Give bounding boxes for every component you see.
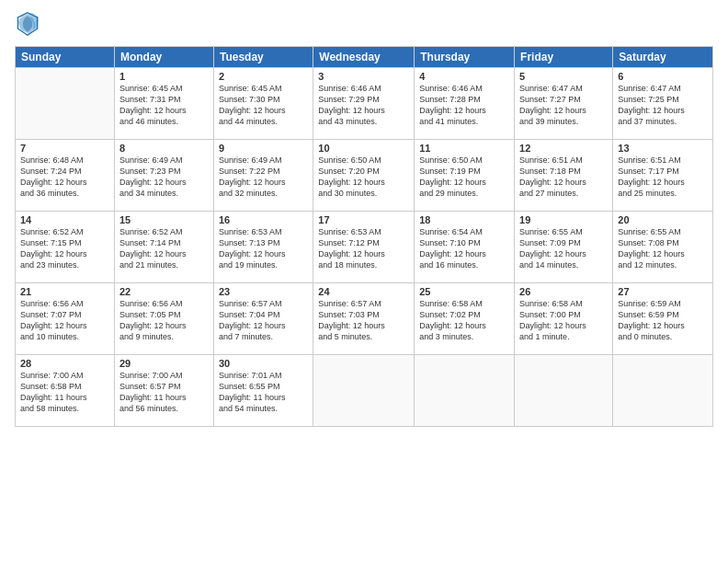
calendar-cell [515, 355, 613, 427]
cell-info: Sunrise: 6:47 AM Sunset: 7:27 PM Dayligh… [519, 83, 608, 128]
calendar-cell [415, 355, 515, 427]
col-header-monday: Monday [114, 47, 213, 68]
day-number: 25 [419, 286, 509, 297]
cell-info: Sunrise: 6:53 AM Sunset: 7:12 PM Dayligh… [318, 226, 409, 271]
calendar-cell: 26Sunrise: 6:58 AM Sunset: 7:00 PM Dayli… [515, 283, 613, 355]
calendar-header-row: SundayMondayTuesdayWednesdayThursdayFrid… [16, 47, 713, 68]
calendar-cell: 28Sunrise: 7:00 AM Sunset: 6:58 PM Dayli… [16, 355, 115, 427]
calendar-cell: 11Sunrise: 6:50 AM Sunset: 7:19 PM Dayli… [415, 140, 515, 212]
calendar-cell: 5Sunrise: 6:47 AM Sunset: 7:27 PM Daylig… [515, 68, 613, 140]
day-number: 30 [219, 358, 308, 369]
day-number: 1 [119, 71, 209, 82]
cell-info: Sunrise: 6:52 AM Sunset: 7:14 PM Dayligh… [119, 226, 209, 271]
calendar-cell: 3Sunrise: 6:46 AM Sunset: 7:29 PM Daylig… [313, 68, 415, 140]
day-number: 21 [20, 286, 109, 297]
calendar-cell: 21Sunrise: 6:56 AM Sunset: 7:07 PM Dayli… [16, 283, 115, 355]
calendar-cell: 18Sunrise: 6:54 AM Sunset: 7:10 PM Dayli… [415, 212, 515, 283]
day-number: 7 [20, 143, 109, 154]
col-header-sunday: Sunday [16, 47, 115, 68]
calendar-cell [613, 355, 713, 427]
calendar-cell: 22Sunrise: 6:56 AM Sunset: 7:05 PM Dayli… [114, 283, 213, 355]
cell-info: Sunrise: 6:57 AM Sunset: 7:03 PM Dayligh… [318, 298, 409, 343]
cell-info: Sunrise: 6:57 AM Sunset: 7:04 PM Dayligh… [219, 298, 308, 343]
col-header-tuesday: Tuesday [213, 47, 313, 68]
day-number: 6 [618, 71, 708, 82]
calendar-cell: 20Sunrise: 6:55 AM Sunset: 7:08 PM Dayli… [613, 212, 713, 283]
cell-info: Sunrise: 6:46 AM Sunset: 7:29 PM Dayligh… [318, 83, 409, 128]
cell-info: Sunrise: 6:45 AM Sunset: 7:31 PM Dayligh… [119, 83, 209, 128]
calendar-cell: 2Sunrise: 6:45 AM Sunset: 7:30 PM Daylig… [213, 68, 313, 140]
calendar-week-1: 1Sunrise: 6:45 AM Sunset: 7:31 PM Daylig… [16, 68, 713, 140]
cell-info: Sunrise: 6:46 AM Sunset: 7:28 PM Dayligh… [419, 83, 509, 128]
calendar-cell [16, 68, 115, 140]
day-number: 16 [219, 214, 308, 225]
logo-icon [15, 11, 40, 37]
cell-info: Sunrise: 6:49 AM Sunset: 7:22 PM Dayligh… [219, 155, 308, 200]
day-number: 3 [318, 71, 409, 82]
calendar-week-3: 14Sunrise: 6:52 AM Sunset: 7:15 PM Dayli… [16, 212, 713, 283]
day-number: 18 [419, 214, 509, 225]
calendar-cell: 17Sunrise: 6:53 AM Sunset: 7:12 PM Dayli… [313, 212, 415, 283]
col-header-thursday: Thursday [415, 47, 515, 68]
logo [15, 11, 44, 37]
calendar-cell: 7Sunrise: 6:48 AM Sunset: 7:24 PM Daylig… [16, 140, 115, 212]
cell-info: Sunrise: 6:49 AM Sunset: 7:23 PM Dayligh… [119, 155, 209, 200]
cell-info: Sunrise: 6:55 AM Sunset: 7:08 PM Dayligh… [618, 226, 708, 271]
calendar-cell: 8Sunrise: 6:49 AM Sunset: 7:23 PM Daylig… [114, 140, 213, 212]
col-header-saturday: Saturday [613, 47, 713, 68]
day-number: 24 [318, 286, 409, 297]
calendar-cell: 1Sunrise: 6:45 AM Sunset: 7:31 PM Daylig… [114, 68, 213, 140]
calendar-cell: 12Sunrise: 6:51 AM Sunset: 7:18 PM Dayli… [515, 140, 613, 212]
cell-info: Sunrise: 7:00 AM Sunset: 6:57 PM Dayligh… [119, 370, 209, 415]
day-number: 2 [219, 71, 308, 82]
calendar-cell: 9Sunrise: 6:49 AM Sunset: 7:22 PM Daylig… [213, 140, 313, 212]
cell-info: Sunrise: 6:55 AM Sunset: 7:09 PM Dayligh… [519, 226, 608, 271]
calendar-cell: 24Sunrise: 6:57 AM Sunset: 7:03 PM Dayli… [313, 283, 415, 355]
cell-info: Sunrise: 6:56 AM Sunset: 7:05 PM Dayligh… [119, 298, 209, 343]
day-number: 22 [119, 286, 209, 297]
cell-info: Sunrise: 6:50 AM Sunset: 7:19 PM Dayligh… [419, 155, 509, 200]
calendar-cell: 30Sunrise: 7:01 AM Sunset: 6:55 PM Dayli… [213, 355, 313, 427]
cell-info: Sunrise: 7:01 AM Sunset: 6:55 PM Dayligh… [219, 370, 308, 415]
day-number: 5 [519, 71, 608, 82]
cell-info: Sunrise: 6:59 AM Sunset: 6:59 PM Dayligh… [618, 298, 708, 343]
day-number: 27 [618, 286, 708, 297]
day-number: 14 [20, 214, 109, 225]
calendar-cell: 14Sunrise: 6:52 AM Sunset: 7:15 PM Dayli… [16, 212, 115, 283]
day-number: 23 [219, 286, 308, 297]
day-number: 15 [119, 214, 209, 225]
day-number: 26 [519, 286, 608, 297]
col-header-wednesday: Wednesday [313, 47, 415, 68]
cell-info: Sunrise: 6:50 AM Sunset: 7:20 PM Dayligh… [318, 155, 409, 200]
cell-info: Sunrise: 7:00 AM Sunset: 6:58 PM Dayligh… [20, 370, 109, 415]
col-header-friday: Friday [515, 47, 613, 68]
calendar-cell: 25Sunrise: 6:58 AM Sunset: 7:02 PM Dayli… [415, 283, 515, 355]
calendar-cell: 6Sunrise: 6:47 AM Sunset: 7:25 PM Daylig… [613, 68, 713, 140]
day-number: 4 [419, 71, 509, 82]
calendar-cell: 10Sunrise: 6:50 AM Sunset: 7:20 PM Dayli… [313, 140, 415, 212]
cell-info: Sunrise: 6:45 AM Sunset: 7:30 PM Dayligh… [219, 83, 308, 128]
calendar-cell: 16Sunrise: 6:53 AM Sunset: 7:13 PM Dayli… [213, 212, 313, 283]
day-number: 28 [20, 358, 109, 369]
calendar-week-5: 28Sunrise: 7:00 AM Sunset: 6:58 PM Dayli… [16, 355, 713, 427]
cell-info: Sunrise: 6:56 AM Sunset: 7:07 PM Dayligh… [20, 298, 109, 343]
day-number: 12 [519, 143, 608, 154]
cell-info: Sunrise: 6:58 AM Sunset: 7:00 PM Dayligh… [519, 298, 608, 343]
cell-info: Sunrise: 6:54 AM Sunset: 7:10 PM Dayligh… [419, 226, 509, 271]
calendar: SundayMondayTuesdayWednesdayThursdayFrid… [15, 46, 713, 427]
day-number: 9 [219, 143, 308, 154]
header [15, 11, 713, 37]
day-number: 29 [119, 358, 209, 369]
cell-info: Sunrise: 6:51 AM Sunset: 7:18 PM Dayligh… [519, 155, 608, 200]
calendar-week-2: 7Sunrise: 6:48 AM Sunset: 7:24 PM Daylig… [16, 140, 713, 212]
page: SundayMondayTuesdayWednesdayThursdayFrid… [0, 0, 728, 563]
day-number: 17 [318, 214, 409, 225]
cell-info: Sunrise: 6:51 AM Sunset: 7:17 PM Dayligh… [618, 155, 708, 200]
day-number: 13 [618, 143, 708, 154]
day-number: 19 [519, 214, 608, 225]
calendar-cell: 29Sunrise: 7:00 AM Sunset: 6:57 PM Dayli… [114, 355, 213, 427]
calendar-week-4: 21Sunrise: 6:56 AM Sunset: 7:07 PM Dayli… [16, 283, 713, 355]
cell-info: Sunrise: 6:58 AM Sunset: 7:02 PM Dayligh… [419, 298, 509, 343]
cell-info: Sunrise: 6:52 AM Sunset: 7:15 PM Dayligh… [20, 226, 109, 271]
calendar-cell: 27Sunrise: 6:59 AM Sunset: 6:59 PM Dayli… [613, 283, 713, 355]
